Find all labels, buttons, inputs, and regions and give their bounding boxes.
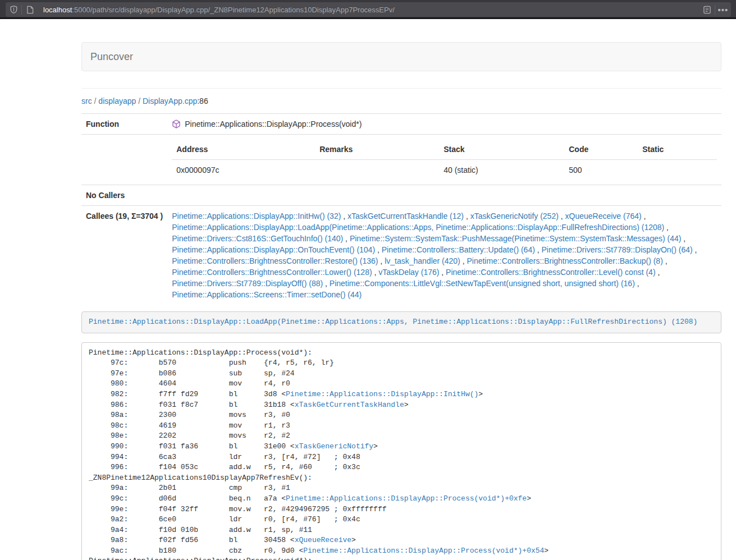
callee-link[interactable]: lv_task_handler (420) [385, 256, 460, 265]
asm-symbol-link[interactable]: Pinetime::Applications::DisplayApp::Proc… [303, 547, 544, 555]
callee-link[interactable]: xQueueReceive (764) [565, 212, 642, 221]
function-name-cell: Pinetime::Applications::DisplayApp::Proc… [172, 118, 717, 130]
browser-toolbar: localhost:5000/path/src/displayapp/Displ… [0, 0, 736, 19]
col-code: Code [564, 139, 638, 160]
callee-link[interactable]: Pinetime::System::SystemTask::PushMessag… [350, 234, 682, 243]
callee-link[interactable]: Pinetime::Applications::Screens::Timer::… [172, 290, 362, 299]
asm-symbol-link[interactable]: xTaskGenericNotify [295, 442, 373, 451]
callee-link[interactable]: xTaskGenericNotify (252) [470, 212, 559, 221]
breadcrumb-separator: / [136, 97, 143, 105]
callee-link[interactable]: xTaskGetCurrentTaskHandle (12) [348, 212, 464, 221]
callee-link[interactable]: Pinetime::Drivers::St7789::DisplayOff() … [172, 279, 323, 288]
breadcrumb-link[interactable]: src [81, 97, 92, 105]
asm-symbol-link[interactable]: xTaskGetCurrentTaskHandle [295, 401, 404, 409]
table-row-callers: No Callers [81, 185, 721, 206]
symbol-table: Function Pinetime::Applications::Display… [81, 113, 721, 305]
disassembly-listing: Pinetime::Applications::DisplayApp::Proc… [89, 348, 714, 560]
table-row-metrics: Address Remarks Stack Code Static 0x0000… [81, 135, 721, 185]
app-brand[interactable]: Puncover [82, 51, 141, 63]
code-size-value: 500 [564, 160, 638, 181]
metrics-value-row: 0x0000097c 40 (static) 500 [172, 160, 717, 181]
page-container: Puncover src / displayapp / DisplayApp.c… [81, 42, 721, 560]
static-value [638, 160, 717, 181]
page-actions-icon[interactable]: ••• [715, 2, 731, 17]
remarks-value [315, 160, 439, 181]
no-callers-label: No Callers [81, 185, 167, 206]
callee-link[interactable]: Pinetime::Applications::DisplayApp::Init… [172, 212, 341, 221]
table-row-callees: Callees (19, Σ=3704 ) Pinetime::Applicat… [81, 206, 721, 305]
callees-label: Callees (19, Σ=3704 ) [81, 206, 167, 305]
highlighted-symbol-box: Pinetime::Applications::DisplayApp::Load… [81, 311, 721, 333]
callee-link[interactable]: Pinetime::Controllers::Battery::Update()… [382, 245, 535, 254]
symbol-cube-icon [172, 120, 181, 128]
url-text[interactable]: localhost:5000/path/src/displayapp/Displ… [43, 6, 699, 14]
metrics-header-row: Address Remarks Stack Code Static [172, 139, 717, 160]
col-static: Static [638, 139, 717, 160]
url-host: localhost [43, 6, 72, 14]
function-row-label: Function [81, 114, 167, 135]
callee-link[interactable]: Pinetime::Controllers::BrightnessControl… [172, 256, 378, 265]
address-value: 0x0000097c [172, 160, 315, 181]
callees-list: Pinetime::Applications::DisplayApp::Init… [167, 206, 721, 305]
breadcrumb-link[interactable]: DisplayApp.cpp [143, 97, 197, 105]
col-stack: Stack [439, 139, 564, 160]
callee-link[interactable]: Pinetime::Controllers::BrightnessControl… [172, 268, 372, 277]
reader-mode-icon[interactable] [699, 2, 715, 17]
callee-link[interactable]: Pinetime::Controllers::BrightnessControl… [467, 256, 662, 265]
page-info-icon[interactable] [22, 2, 38, 17]
callee-link[interactable]: Pinetime::Drivers::Cst816S::GetTouchInfo… [172, 234, 343, 243]
divider [81, 88, 721, 89]
asm-symbol-link[interactable]: xQueueReceive [295, 536, 351, 544]
breadcrumb-separator: / [92, 97, 99, 105]
app-navbar: Puncover [81, 42, 721, 71]
col-address: Address [172, 139, 315, 160]
url-bar[interactable]: localhost:5000/path/src/displayapp/Displ… [6, 2, 731, 17]
breadcrumb-link[interactable]: displayapp [98, 97, 136, 105]
asm-symbol-link[interactable]: Pinetime::Applications::DisplayApp::Init… [286, 390, 478, 398]
metrics-table: Address Remarks Stack Code Static 0x0000… [172, 139, 717, 180]
function-name: Pinetime::Applications::DisplayApp::Proc… [185, 118, 362, 130]
breadcrumb-line-number: :86 [197, 97, 208, 105]
url-path: :5000/path/src/displayapp/DisplayApp.cpp… [72, 6, 395, 14]
callee-link[interactable]: Pinetime::Controllers::BrightnessControl… [446, 268, 655, 277]
callee-link[interactable]: Pinetime::Drivers::St7789::DisplayOn() (… [542, 245, 693, 254]
asm-symbol-link[interactable]: Pinetime::Applications::DisplayApp::Proc… [286, 494, 527, 503]
callee-link[interactable]: vTaskDelay (176) [378, 268, 439, 277]
table-row-function: Function Pinetime::Applications::Display… [81, 114, 721, 135]
callee-link[interactable]: Pinetime::Applications::DisplayApp::OnTo… [172, 245, 375, 254]
col-remarks: Remarks [315, 139, 439, 160]
stack-value: 40 (static) [439, 160, 564, 181]
callee-link[interactable]: Pinetime::Applications::DisplayApp::Load… [172, 223, 664, 232]
disassembly-box: Pinetime::Applications::DisplayApp::Proc… [81, 342, 721, 560]
callee-link[interactable]: Pinetime::Components::LittleVgl::SetNewT… [330, 279, 635, 288]
highlighted-symbol-link[interactable]: Pinetime::Applications::DisplayApp::Load… [89, 318, 697, 326]
breadcrumb: src / displayapp / DisplayApp.cpp:86 [81, 97, 721, 105]
shield-icon[interactable] [6, 2, 21, 17]
